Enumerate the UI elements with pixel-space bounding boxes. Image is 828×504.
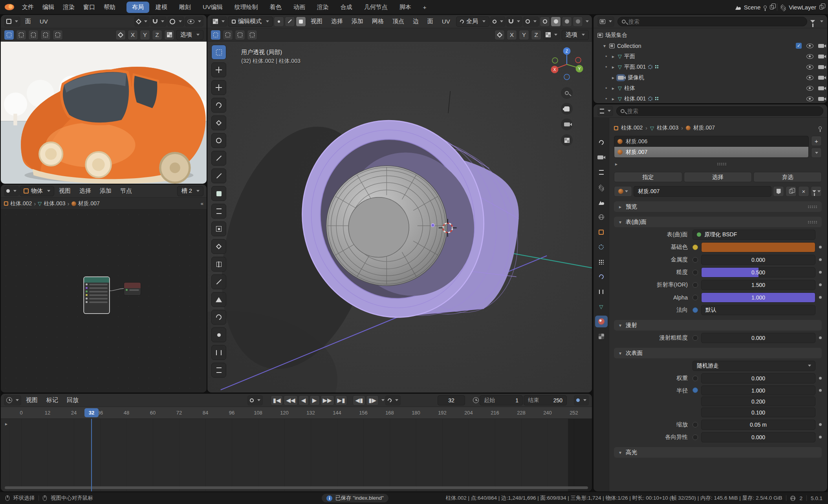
- tool-rotate[interactable]: [211, 98, 226, 113]
- section-specular[interactable]: ▾ 高光: [614, 447, 822, 458]
- tool-cursor[interactable]: [211, 62, 226, 77]
- menu-window[interactable]: 窗口: [79, 2, 99, 12]
- outliner-row-cylinder[interactable]: • ▸ ▽ 柱体: [594, 83, 827, 93]
- normal-input-dot[interactable]: [692, 307, 698, 313]
- uv-select-extend-button[interactable]: [16, 30, 26, 40]
- timeline-menu-marker[interactable]: 标记: [42, 395, 62, 405]
- roughness-anim-dot[interactable]: [692, 270, 698, 275]
- viewport-menu-vertex[interactable]: 顶点: [388, 16, 408, 26]
- pan-button[interactable]: [561, 103, 573, 115]
- uv-mirror-z-button[interactable]: Z: [152, 30, 162, 40]
- tab-physics[interactable]: [595, 271, 608, 283]
- vp-select-intersect-button[interactable]: [247, 30, 257, 40]
- uv-mirror-y-button[interactable]: Y: [140, 30, 150, 40]
- timeline-ruler[interactable]: 0 12 24 36 48 60 72 84 96 108 120 132 14…: [1, 407, 592, 419]
- anisotropy-slider[interactable]: 0.000: [701, 432, 815, 442]
- section-surface[interactable]: ▾ 表(曲)面: [614, 217, 822, 227]
- shader-node-canvas[interactable]: [1, 210, 207, 393]
- outliner-row-collection[interactable]: ▾ Collection ✓: [594, 40, 827, 51]
- weight-anim-dot[interactable]: [692, 376, 698, 381]
- zoom-button[interactable]: [561, 87, 573, 99]
- tool-knife[interactable]: [211, 274, 226, 289]
- shading-solid-button[interactable]: [551, 16, 561, 27]
- shader-breadcrumb-material[interactable]: 材质.007: [78, 200, 100, 207]
- shading-material-button[interactable]: [562, 16, 572, 27]
- vp-snap-settings-dropdown[interactable]: [543, 30, 560, 40]
- tab-output[interactable]: [595, 166, 608, 178]
- material-slot-dropdown[interactable]: 槽 2: [177, 186, 203, 196]
- shading-options-chevron[interactable]: [586, 20, 589, 22]
- channel-expander[interactable]: ▸: [4, 421, 9, 427]
- menu-render[interactable]: 渲染: [59, 2, 79, 12]
- section-preview[interactable]: ▸ 预览: [614, 201, 822, 212]
- ortho-toggle-button[interactable]: [561, 134, 573, 146]
- timeline-filter-dropdown[interactable]: [574, 395, 589, 405]
- add-slot-button[interactable]: +: [811, 136, 822, 146]
- keyframe-dot[interactable]: [819, 423, 822, 426]
- image-editor-type-dropdown[interactable]: [4, 16, 20, 27]
- uv-menu-uv[interactable]: UV: [36, 17, 52, 26]
- tool-add-cube[interactable]: [211, 186, 226, 201]
- hide-icon[interactable]: [806, 86, 813, 91]
- tool-box-select[interactable]: [211, 45, 226, 60]
- outliner-row-camera[interactable]: • ▸ 摄像机: [594, 72, 827, 83]
- shader-menu-node[interactable]: 节点: [116, 186, 136, 196]
- weight-slider[interactable]: 0.000: [701, 373, 815, 383]
- disable-render-icon[interactable]: [818, 97, 824, 101]
- radius-z-field[interactable]: 0.100: [701, 407, 815, 417]
- viewport-menu-uv[interactable]: UV: [438, 17, 454, 26]
- uv-options-dropdown[interactable]: 选项: [176, 30, 203, 40]
- properties-search-input[interactable]: [627, 108, 819, 114]
- uv-menu-face[interactable]: 面: [21, 16, 35, 26]
- shading-wireframe-button[interactable]: [540, 16, 550, 27]
- viewport-menu-edge[interactable]: 边: [409, 16, 423, 26]
- alpha-anim-dot[interactable]: [692, 295, 698, 300]
- viewport-canvas[interactable]: 用户透视 (局部) (32) 柱体.002 | 柱体.003: [207, 42, 592, 393]
- menu-file[interactable]: 文件: [18, 2, 38, 12]
- viewport-menu-select[interactable]: 选择: [327, 16, 347, 26]
- tool-loop-cut[interactable]: [211, 257, 226, 272]
- scene-pin-icon[interactable]: [764, 5, 767, 9]
- sidebar-collapse-icon[interactable]: «: [201, 201, 203, 206]
- tab-particles[interactable]: [595, 256, 608, 268]
- keyframe-dot[interactable]: [819, 377, 822, 380]
- shader-node-output[interactable]: [124, 283, 141, 295]
- alpha-slider[interactable]: 1.000: [701, 292, 815, 303]
- shader-node-bsdf[interactable]: [84, 277, 109, 313]
- timeline-tracks[interactable]: ▸: [1, 419, 592, 491]
- workspace-tab-sculpting[interactable]: 雕刻: [174, 2, 196, 13]
- outliner-search-input[interactable]: [628, 18, 803, 25]
- step-back-button[interactable]: ◀▮: [353, 395, 365, 405]
- uv-proportional-dropdown[interactable]: [167, 16, 184, 27]
- select-mode-edge-button[interactable]: [285, 16, 295, 27]
- tab-scene[interactable]: [595, 196, 608, 208]
- scale-anim-dot[interactable]: [692, 422, 698, 427]
- breadcrumb-object[interactable]: 柱体.002: [621, 124, 643, 131]
- tool-inset-faces[interactable]: [211, 221, 226, 236]
- breadcrumb-mesh[interactable]: 柱体.003: [657, 124, 678, 131]
- material-name-field[interactable]: 材质.007: [634, 186, 771, 197]
- keyframe-dot[interactable]: [819, 296, 822, 299]
- tool-transform[interactable]: [211, 133, 226, 148]
- transform-orientation-dropdown[interactable]: 全局: [456, 16, 489, 27]
- menu-edit[interactable]: 编辑: [38, 2, 58, 12]
- tab-tool[interactable]: [595, 137, 608, 148]
- play-button[interactable]: ▶: [310, 395, 320, 405]
- uv-grid-button[interactable]: [164, 30, 174, 40]
- vp-select-subtract-button[interactable]: [235, 30, 245, 40]
- disable-render-icon[interactable]: [818, 76, 824, 80]
- breadcrumb-material[interactable]: 材质.007: [693, 124, 715, 131]
- tab-texture[interactable]: [595, 331, 608, 342]
- workspace-tab-modeling[interactable]: 建模: [150, 2, 173, 13]
- assign-button[interactable]: 指定: [614, 172, 682, 182]
- section-subsurface[interactable]: ▾ 次表面: [614, 348, 822, 358]
- viewport-menu-mesh[interactable]: 网格: [368, 16, 388, 26]
- keyframe-dot[interactable]: [819, 258, 822, 261]
- viewport-menu-view[interactable]: 视图: [307, 16, 326, 26]
- tool-poly-build[interactable]: [211, 292, 226, 307]
- metallic-slider[interactable]: 0.000: [701, 255, 815, 265]
- tab-modifiers[interactable]: [595, 241, 608, 253]
- ior-anim-dot[interactable]: [692, 282, 698, 288]
- timeline-hscrollbar[interactable]: [5, 486, 588, 489]
- camera-view-button[interactable]: [561, 119, 573, 130]
